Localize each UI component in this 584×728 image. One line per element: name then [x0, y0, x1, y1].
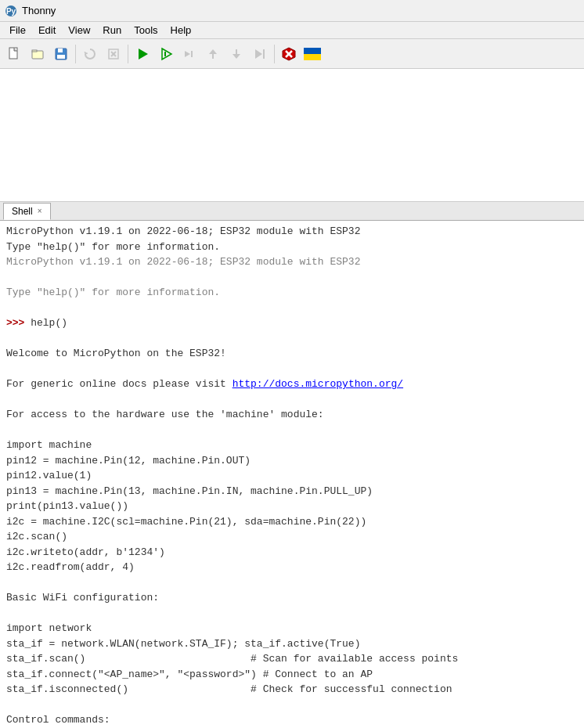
resume-button[interactable] — [249, 43, 271, 65]
shell-line-27: import network — [6, 621, 578, 636]
shell-line-32 — [6, 697, 578, 713]
toolbar-separator-2 — [128, 45, 128, 63]
svg-marker-18 — [233, 54, 240, 59]
menu-item-view[interactable]: View — [62, 23, 96, 38]
svg-rect-25 — [304, 48, 321, 54]
step-into-button[interactable] — [202, 43, 224, 65]
shell-line-22: i2c.writeto(addr, b'1234') — [6, 545, 578, 560]
shell-line-26 — [6, 606, 578, 622]
shell-line-28: sta_if = network.WLAN(network.STA_IF); s… — [6, 636, 578, 652]
svg-marker-16 — [209, 49, 217, 54]
svg-rect-2 — [9, 48, 17, 59]
shell-tab-close[interactable]: × — [38, 207, 42, 215]
open-button[interactable] — [27, 43, 49, 65]
shell-line-23: i2c.readfrom(addr, 4) — [6, 560, 578, 575]
toolbar — [0, 39, 584, 69]
menu-item-file[interactable]: File — [3, 23, 32, 38]
prompt-1: >>> — [6, 317, 24, 329]
svg-rect-4 — [32, 50, 37, 52]
app-icon: Py — [5, 5, 17, 17]
step-out-button[interactable] — [225, 43, 247, 65]
step-over-button[interactable] — [178, 43, 200, 65]
svg-marker-14 — [185, 51, 190, 57]
shell-line-30: sta_if.connect("<AP_name>", "<password>"… — [6, 667, 578, 683]
shell-line-13: For access to the hardware use the 'mach… — [6, 407, 578, 423]
svg-text:Py: Py — [6, 7, 16, 16]
shell-line-7: >>> help() — [6, 315, 578, 331]
debug-button[interactable] — [155, 43, 177, 65]
svg-rect-26 — [304, 54, 321, 60]
shell-line-19: print(pin13.value()) — [6, 499, 578, 514]
shell-line-9: Welcome to MicroPython on the ESP32! — [6, 346, 578, 362]
shell-line-25: Basic WiFi configuration: — [6, 590, 578, 606]
flag-button[interactable] — [301, 43, 323, 65]
svg-rect-7 — [57, 55, 65, 59]
shell-line-15: import machine — [6, 438, 578, 453]
shell-line-12 — [6, 392, 578, 408]
save-button[interactable] — [50, 43, 72, 65]
svg-marker-11 — [139, 49, 148, 59]
shell-tab[interactable]: Shell × — [3, 203, 51, 220]
shell-line-20: i2c = machine.I2C(scl=machine.Pin(21), s… — [6, 514, 578, 530]
shell-line-4 — [6, 270, 578, 286]
shell-content[interactable]: MicroPython v1.19.1 on 2022-06-18; ESP32… — [0, 221, 584, 728]
run-button[interactable] — [132, 43, 153, 65]
menu-bar: FileEditViewRunToolsHelp — [0, 22, 584, 39]
shell-line-33: Control commands: — [6, 712, 578, 728]
svg-marker-20 — [255, 49, 262, 59]
shell-line-11: For generic online docs please visit htt… — [6, 377, 578, 392]
shell-line-29: sta_if.scan() # Scan for available acces… — [6, 651, 578, 667]
shell-line-1: MicroPython v1.19.1 on 2022-06-18; ESP32… — [6, 224, 578, 240]
stop-button[interactable] — [278, 43, 300, 65]
menu-item-edit[interactable]: Edit — [32, 23, 62, 38]
shell-tab-label: Shell — [12, 206, 33, 217]
toolbar-separator-3 — [274, 45, 275, 63]
shell-line-10 — [6, 362, 578, 377]
shell-tab-bar: Shell × — [0, 202, 584, 221]
shell-line-3: MicroPython v1.19.1 on 2022-06-18; ESP32… — [6, 254, 578, 270]
editor-area[interactable] — [0, 69, 584, 202]
shell-line-31: sta_if.isconnected() # Check for success… — [6, 682, 578, 697]
interrupt-button[interactable] — [103, 43, 124, 65]
title-bar: Py Thonny — [0, 0, 584, 22]
shell-line-16: pin12 = machine.Pin(12, machine.Pin.OUT) — [6, 453, 578, 469]
docs-link[interactable]: http://docs.micropython.org/ — [233, 378, 403, 390]
shell-line-8 — [6, 331, 578, 347]
svg-rect-6 — [58, 49, 63, 52]
menu-item-run[interactable]: Run — [96, 23, 128, 38]
new-button[interactable] — [3, 43, 25, 65]
shell-line-17: pin12.value(1) — [6, 468, 578, 484]
reload-button[interactable] — [79, 43, 101, 65]
svg-marker-12 — [162, 49, 171, 59]
toolbar-separator-1 — [75, 45, 76, 63]
app-title: Thonny — [22, 5, 56, 16]
menu-item-tools[interactable]: Tools — [128, 23, 164, 38]
shell-line-5: Type "help()" for more information. — [6, 285, 578, 301]
shell-line-24 — [6, 575, 578, 591]
shell-line-2: Type "help()" for more information. — [6, 240, 578, 255]
shell-line-18: pin13 = machine.Pin(13, machine.Pin.IN, … — [6, 484, 578, 499]
shell-line-14 — [6, 423, 578, 438]
shell-line-6 — [6, 301, 578, 316]
shell-line-21: i2c.scan() — [6, 529, 578, 545]
menu-item-help[interactable]: Help — [164, 23, 198, 38]
